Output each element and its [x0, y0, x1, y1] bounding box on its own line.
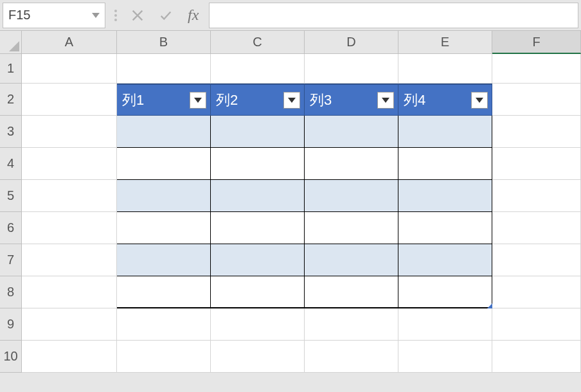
grid-row — [22, 180, 581, 212]
cell-C2[interactable]: 列2 — [211, 84, 305, 116]
cell-E10[interactable] — [398, 341, 492, 373]
spreadsheet-grid: ABCDEF 12345678910 列1列2列3列4 — [0, 31, 581, 373]
cell-A7[interactable] — [22, 244, 117, 276]
cell-B3[interactable] — [117, 116, 211, 148]
cell-D1[interactable] — [305, 54, 398, 84]
row-header-4[interactable]: 4 — [0, 148, 22, 180]
cells-area[interactable]: 列1列2列3列4 — [22, 54, 581, 373]
column-header-F[interactable]: F — [492, 31, 581, 54]
cell-A9[interactable] — [22, 308, 117, 341]
cell-C3[interactable] — [211, 116, 305, 148]
cell-D2[interactable]: 列3 — [305, 84, 398, 116]
row-header-6[interactable]: 6 — [0, 212, 22, 244]
grid-row: 列1列2列3列4 — [22, 84, 581, 116]
cell-C1[interactable] — [211, 54, 305, 84]
cell-B9[interactable] — [117, 308, 211, 341]
cell-A4[interactable] — [22, 148, 117, 180]
cell-C8[interactable] — [211, 276, 305, 308]
cell-E6[interactable] — [398, 212, 492, 244]
column-header-A[interactable]: A — [22, 31, 117, 54]
cell-D10[interactable] — [305, 341, 398, 373]
column-header-D[interactable]: D — [305, 31, 398, 54]
row-header-9[interactable]: 9 — [0, 308, 22, 341]
cell-A2[interactable] — [22, 84, 117, 116]
enter-button[interactable] — [154, 4, 177, 27]
formula-bar: F15 fx — [0, 0, 581, 31]
cell-A1[interactable] — [22, 54, 117, 84]
name-box-dropdown-icon[interactable] — [92, 13, 100, 18]
cell-E4[interactable] — [398, 148, 492, 180]
row-header-10[interactable]: 10 — [0, 341, 22, 373]
cell-D9[interactable] — [305, 308, 398, 341]
cell-E5[interactable] — [398, 180, 492, 212]
cell-E7[interactable] — [398, 244, 492, 276]
cell-B5[interactable] — [117, 180, 211, 212]
cell-F8[interactable] — [492, 276, 581, 308]
filter-dropdown-icon[interactable] — [377, 92, 394, 109]
cell-E2[interactable]: 列4 — [398, 84, 492, 116]
table-resize-handle[interactable] — [487, 303, 492, 308]
table-header-label: 列3 — [310, 91, 332, 110]
cell-F2[interactable] — [492, 84, 581, 116]
row-header-8[interactable]: 8 — [0, 276, 22, 308]
filter-dropdown-icon[interactable] — [190, 92, 206, 109]
cell-A3[interactable] — [22, 116, 117, 148]
grid-row — [22, 148, 581, 180]
row-header-5[interactable]: 5 — [0, 180, 22, 212]
grid-row — [22, 276, 581, 308]
cell-E8[interactable] — [398, 276, 492, 308]
column-header-C[interactable]: C — [211, 31, 305, 54]
cell-E9[interactable] — [398, 308, 492, 341]
grid-row — [22, 54, 581, 84]
filter-dropdown-icon[interactable] — [471, 92, 488, 109]
cell-B6[interactable] — [117, 212, 211, 244]
cell-D3[interactable] — [305, 116, 398, 148]
formula-bar-separator — [111, 10, 121, 21]
cell-A8[interactable] — [22, 276, 117, 308]
cell-F4[interactable] — [492, 148, 581, 180]
column-header-B[interactable]: B — [117, 31, 211, 54]
cell-C9[interactable] — [211, 308, 305, 341]
cell-D6[interactable] — [305, 212, 398, 244]
cell-B2[interactable]: 列1 — [117, 84, 211, 116]
cell-A6[interactable] — [22, 212, 117, 244]
cell-C6[interactable] — [211, 212, 305, 244]
insert-function-button[interactable]: fx — [183, 6, 204, 24]
cancel-button[interactable] — [126, 4, 149, 27]
cell-F3[interactable] — [492, 116, 581, 148]
cell-F5[interactable] — [492, 180, 581, 212]
cell-E3[interactable] — [398, 116, 492, 148]
row-header-1[interactable]: 1 — [0, 54, 22, 84]
row-header-3[interactable]: 3 — [0, 116, 22, 148]
column-header-E[interactable]: E — [398, 31, 492, 54]
cell-C7[interactable] — [211, 244, 305, 276]
cell-F1[interactable] — [492, 54, 581, 84]
row-header-2[interactable]: 2 — [0, 84, 22, 116]
table-header-label: 列1 — [122, 91, 144, 110]
cell-B8[interactable] — [117, 276, 211, 308]
cell-F7[interactable] — [492, 244, 581, 276]
cell-A10[interactable] — [22, 341, 117, 373]
cell-B7[interactable] — [117, 244, 211, 276]
cell-F6[interactable] — [492, 212, 581, 244]
select-all-corner[interactable] — [0, 31, 22, 54]
cell-D4[interactable] — [305, 148, 398, 180]
row-header-7[interactable]: 7 — [0, 244, 22, 276]
cell-A5[interactable] — [22, 180, 117, 212]
formula-input[interactable] — [209, 3, 578, 28]
cell-C5[interactable] — [211, 180, 305, 212]
name-box[interactable]: F15 — [3, 3, 105, 28]
cell-F10[interactable] — [492, 341, 581, 373]
cell-D7[interactable] — [305, 244, 398, 276]
cell-C10[interactable] — [211, 341, 305, 373]
cell-E1[interactable] — [398, 54, 492, 84]
cell-B4[interactable] — [117, 148, 211, 180]
cell-C4[interactable] — [211, 148, 305, 180]
filter-dropdown-icon[interactable] — [283, 92, 300, 109]
cell-D5[interactable] — [305, 180, 398, 212]
cell-B10[interactable] — [117, 341, 211, 373]
grid-row — [22, 341, 581, 373]
cell-D8[interactable] — [305, 276, 398, 308]
cell-B1[interactable] — [117, 54, 211, 84]
cell-F9[interactable] — [492, 308, 581, 341]
